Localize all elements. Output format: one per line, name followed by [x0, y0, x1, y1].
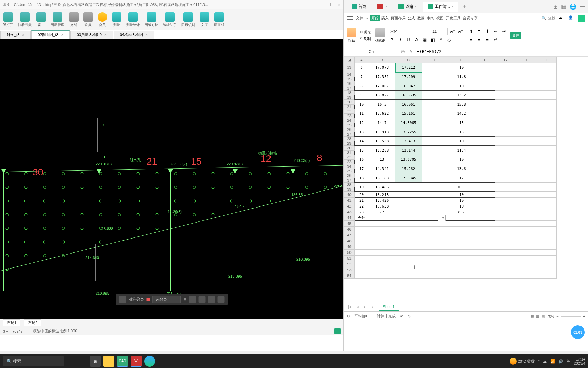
- cell[interactable]: 13.144: [395, 146, 422, 155]
- toolbar-编辑助手[interactable]: 编辑助手: [163, 12, 177, 27]
- cell[interactable]: [516, 261, 536, 267]
- cell[interactable]: [536, 137, 557, 146]
- cell[interactable]: [422, 118, 448, 127]
- fill-icon[interactable]: ◧: [429, 36, 436, 43]
- cell[interactable]: [495, 72, 516, 81]
- row-header[interactable]: 23: [344, 113, 355, 118]
- cell[interactable]: 6: [355, 63, 369, 72]
- col-header[interactable]: B: [369, 57, 395, 63]
- align-right-icon[interactable]: ≡: [484, 36, 491, 43]
- row-header[interactable]: 16: [344, 81, 355, 86]
- cell[interactable]: [536, 72, 557, 81]
- highlight-icon[interactable]: ◇: [446, 36, 453, 43]
- cell[interactable]: [448, 227, 475, 232]
- menu-more[interactable]: »: [365, 16, 369, 21]
- col-header[interactable]: E: [448, 57, 475, 63]
- cell[interactable]: [422, 63, 448, 72]
- cell[interactable]: [536, 146, 557, 155]
- cell[interactable]: [475, 155, 495, 164]
- cell[interactable]: 15: [355, 146, 369, 155]
- toolbar-会员[interactable]: 会员: [98, 12, 107, 27]
- cell[interactable]: [395, 238, 422, 244]
- add-sheet-icon[interactable]: +: [402, 304, 404, 310]
- cell[interactable]: 16.061: [395, 100, 422, 109]
- cell[interactable]: [516, 232, 536, 238]
- row-header[interactable]: 14: [344, 72, 355, 77]
- tab-close-icon[interactable]: ×: [386, 5, 388, 9]
- bold-icon[interactable]: B: [389, 36, 395, 43]
- sheet-tab[interactable]: Sheet1: [379, 303, 399, 311]
- row-header[interactable]: 42: [344, 203, 355, 209]
- cell[interactable]: 17.212: [395, 63, 422, 72]
- cell[interactable]: [422, 91, 448, 100]
- row-header[interactable]: 44: [344, 215, 355, 221]
- cell[interactable]: [475, 72, 495, 81]
- row-header[interactable]: 34: [344, 164, 355, 169]
- cell[interactable]: [495, 273, 516, 279]
- cell[interactable]: 15: [448, 127, 475, 137]
- cell[interactable]: [495, 81, 516, 91]
- cell[interactable]: [448, 232, 475, 238]
- cell[interactable]: [475, 256, 495, 261]
- cell[interactable]: [422, 209, 448, 215]
- cell[interactable]: 16.5: [369, 100, 395, 109]
- cut-icon[interactable]: ✂: [360, 30, 363, 34]
- cell[interactable]: [422, 198, 448, 203]
- cell[interactable]: [516, 215, 536, 221]
- tab-close-icon[interactable]: ×: [415, 5, 417, 9]
- paste-button[interactable]: 粘贴: [347, 28, 356, 43]
- cell[interactable]: [422, 146, 448, 155]
- cell[interactable]: 19: [355, 183, 369, 192]
- grid-view-icon[interactable]: ⊞: [553, 3, 558, 10]
- zoom-slider[interactable]: [561, 316, 581, 317]
- cell[interactable]: [536, 250, 557, 256]
- row-header[interactable]: 48: [344, 238, 355, 244]
- cell[interactable]: [475, 238, 495, 244]
- cell[interactable]: [355, 227, 369, 232]
- cell[interactable]: [369, 261, 395, 267]
- explorer-icon[interactable]: [103, 356, 114, 367]
- cell[interactable]: [448, 215, 475, 221]
- cell[interactable]: 10: [448, 81, 475, 91]
- cell[interactable]: [395, 221, 422, 227]
- cell[interactable]: [422, 238, 448, 244]
- cell[interactable]: [422, 244, 448, 250]
- view-normal-icon[interactable]: ▦: [530, 314, 534, 318]
- menu-开发工具[interactable]: 开发工具: [445, 15, 462, 21]
- italic-icon[interactable]: I: [397, 36, 404, 43]
- cell[interactable]: [422, 250, 448, 256]
- minimize-icon[interactable]: ―: [317, 2, 321, 7]
- cell[interactable]: [355, 221, 369, 227]
- cell[interactable]: [475, 244, 495, 250]
- zoom-level[interactable]: 70%: [547, 314, 554, 318]
- formula-input[interactable]: [415, 48, 588, 56]
- col-header[interactable]: D: [422, 57, 448, 63]
- cell[interactable]: [475, 261, 495, 267]
- cell[interactable]: [422, 155, 448, 164]
- menu-插入[interactable]: 插入: [380, 15, 390, 21]
- cell[interactable]: [369, 232, 395, 238]
- cell[interactable]: [395, 203, 422, 209]
- cell[interactable]: 18: [355, 173, 369, 183]
- layout-tab[interactable]: 布局1: [3, 319, 20, 326]
- cell[interactable]: 17.209: [395, 72, 422, 81]
- file-tab[interactable]: 04格构大样图×: [114, 31, 154, 39]
- cell[interactable]: [495, 232, 516, 238]
- toolbar-图形识别[interactable]: 图形识别: [181, 12, 195, 27]
- border-icon[interactable]: ▦: [421, 36, 428, 43]
- toolbar-快看云盘[interactable]: 快看云盘: [18, 12, 32, 27]
- cell[interactable]: [475, 221, 495, 227]
- align-top-icon[interactable]: ⬆: [468, 28, 474, 35]
- cell[interactable]: [536, 183, 557, 192]
- row-header[interactable]: 52: [344, 261, 355, 267]
- cell[interactable]: 9: [355, 91, 369, 100]
- center-icon[interactable]: ⊕: [408, 314, 411, 318]
- cell[interactable]: [536, 173, 557, 183]
- taskbar-search[interactable]: 🔍 搜索: [3, 356, 64, 366]
- cell[interactable]: 16.827: [369, 91, 395, 100]
- cell[interactable]: [422, 267, 448, 273]
- cell[interactable]: 13: [369, 155, 395, 164]
- edge-icon[interactable]: [144, 356, 155, 367]
- cell[interactable]: [475, 63, 495, 72]
- cell[interactable]: 18.486: [369, 183, 395, 192]
